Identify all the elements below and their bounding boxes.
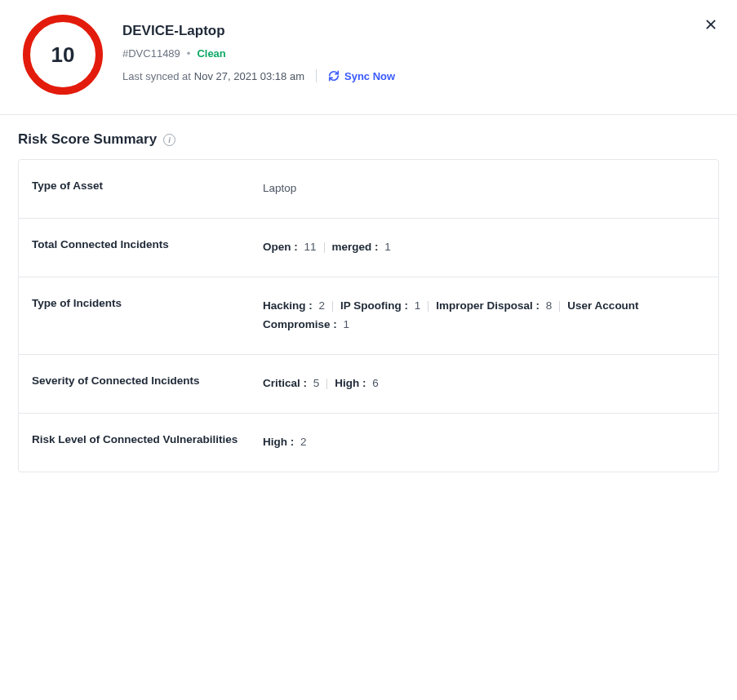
kv-separator bbox=[332, 301, 333, 312]
kv-separator bbox=[559, 301, 560, 312]
kv-pair: Open : 11 bbox=[263, 241, 317, 253]
section-title: Risk Score Summary bbox=[18, 131, 157, 148]
last-synced-label: Last synced at bbox=[122, 70, 191, 82]
kv-pair: Hacking : 2 bbox=[263, 299, 325, 312]
kv-value: 2 bbox=[316, 299, 325, 312]
vertical-separator bbox=[316, 69, 317, 82]
close-button[interactable] bbox=[701, 15, 721, 34]
kv-value: 6 bbox=[370, 377, 379, 389]
risk-score-circle: 10 bbox=[23, 15, 103, 95]
summary-row-value: Critical : 5High : 6 bbox=[263, 374, 705, 393]
kv-value: 11 bbox=[301, 241, 317, 253]
summary-row-value: Laptop bbox=[263, 179, 705, 198]
kv-separator bbox=[428, 301, 428, 312]
summary-row-label: Type of Incidents bbox=[32, 297, 263, 334]
close-icon bbox=[704, 18, 717, 31]
summary-table: Type of AssetLaptopTotal Connected Incid… bbox=[18, 159, 719, 472]
kv-value: 8 bbox=[543, 299, 552, 312]
status-badge: Clean bbox=[197, 47, 225, 60]
summary-row-value: Hacking : 2IP Spoofing : 1Improper Dispo… bbox=[263, 297, 705, 334]
summary-row: Type of IncidentsHacking : 2IP Spoofing … bbox=[19, 277, 718, 355]
summary-row: Type of AssetLaptop bbox=[19, 160, 718, 219]
sync-now-button[interactable]: Sync Now bbox=[328, 70, 395, 82]
device-id: #DVC11489 bbox=[122, 47, 180, 60]
kv-pair: IP Spoofing : 1 bbox=[340, 299, 420, 312]
kv-pair: High : 6 bbox=[335, 377, 379, 389]
kv-pair: High : 2 bbox=[263, 436, 307, 448]
content: Risk Score Summary i Type of AssetLaptop… bbox=[0, 115, 737, 489]
kv-value: 1 bbox=[411, 299, 420, 312]
device-meta: #DVC11489 • Clean bbox=[122, 47, 395, 60]
summary-row-label: Severity of Connected Incidents bbox=[32, 374, 263, 393]
kv-key: Improper Disposal : bbox=[436, 299, 539, 312]
kv-key: High : bbox=[335, 377, 366, 389]
summary-row-label: Total Connected Incidents bbox=[32, 238, 263, 257]
summary-row-value: High : 2 bbox=[263, 433, 705, 452]
info-icon[interactable]: i bbox=[163, 134, 175, 146]
header: 10 DEVICE-Laptop #DVC11489 • Clean Last … bbox=[0, 0, 737, 115]
kv-key: Hacking : bbox=[263, 299, 313, 312]
kv-key: Open : bbox=[263, 241, 298, 253]
summary-row: Severity of Connected IncidentsCritical … bbox=[19, 355, 718, 414]
summary-row-label: Risk Level of Connected Vulnerabilities bbox=[32, 433, 263, 452]
sync-row: Last synced at Nov 27, 2021 03:18 am Syn… bbox=[122, 69, 395, 82]
sync-icon bbox=[328, 70, 340, 82]
kv-key: High : bbox=[263, 436, 294, 448]
kv-pair: merged : 1 bbox=[332, 241, 391, 253]
kv-value: 1 bbox=[382, 241, 391, 253]
last-synced-time: Nov 27, 2021 03:18 am bbox=[194, 70, 304, 82]
kv-key: IP Spoofing : bbox=[340, 299, 408, 312]
summary-row-label: Type of Asset bbox=[32, 179, 263, 198]
dot-separator: • bbox=[187, 47, 191, 60]
section-title-row: Risk Score Summary i bbox=[18, 131, 719, 148]
kv-pair: Critical : 5 bbox=[263, 377, 319, 389]
summary-row: Total Connected IncidentsOpen : 11merged… bbox=[19, 219, 718, 277]
risk-score-value: 10 bbox=[51, 42, 75, 68]
kv-value: 1 bbox=[340, 318, 349, 330]
kv-value: 2 bbox=[297, 436, 306, 448]
kv-separator bbox=[324, 242, 325, 253]
summary-row: Risk Level of Connected VulnerabilitiesH… bbox=[19, 414, 718, 472]
summary-row-value: Open : 11merged : 1 bbox=[263, 238, 705, 257]
kv-value: 5 bbox=[310, 377, 319, 389]
kv-pair: Improper Disposal : 8 bbox=[436, 299, 552, 312]
sync-now-label: Sync Now bbox=[344, 70, 395, 82]
device-title: DEVICE-Laptop bbox=[122, 23, 395, 39]
header-info: DEVICE-Laptop #DVC11489 • Clean Last syn… bbox=[122, 15, 395, 82]
kv-key: merged : bbox=[332, 241, 379, 253]
kv-separator bbox=[326, 379, 327, 389]
kv-key: Critical : bbox=[263, 377, 307, 389]
